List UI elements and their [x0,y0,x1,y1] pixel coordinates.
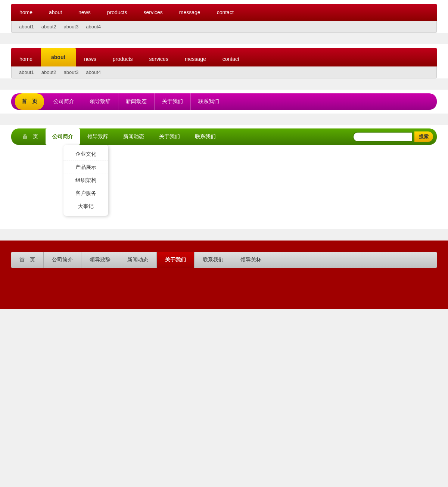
nav4-speech[interactable]: 领导致辞 [80,128,116,145]
nav1-contact[interactable]: contact [209,4,242,21]
nav1-products[interactable]: products [99,4,136,21]
nav1-bar: home about news products services messag… [11,4,437,21]
nav2-sub-about1[interactable]: about1 [19,69,34,75]
nav5-company[interactable]: 公司简介 [44,252,81,268]
nav3-section: 首 页 公司简介 领导致辞 新闻动态 关于我们 联系我们 [0,90,448,114]
nav1-sub-about2[interactable]: about2 [41,24,56,30]
nav4-company[interactable]: 公司简介 [46,128,80,145]
nav4-home[interactable]: 首 页 [15,128,46,145]
nav4-about[interactable]: 关于我们 [152,128,187,145]
nav2-products[interactable]: products [105,52,141,66]
nav4-news[interactable]: 新闻动态 [116,128,152,145]
nav1-sub-about3[interactable]: about3 [64,24,79,30]
nav2-section: home about news products services messag… [0,44,448,78]
nav5-home[interactable]: 首 页 [11,252,44,268]
nav2-about[interactable]: about [41,48,76,66]
nav1-about[interactable]: about [41,4,70,21]
nav1-services[interactable]: services [135,4,171,21]
nav3-home[interactable]: 首 页 [15,93,44,110]
nav5-about[interactable]: 关于我们 [157,252,195,268]
nav3-about[interactable]: 关于我们 [155,93,191,110]
nav2-sub: about1 about2 about3 about4 [11,66,437,78]
nav3-bar: 首 页 公司简介 领导致辞 新闻动态 关于我们 联系我们 [11,93,437,110]
nav2-message[interactable]: message [177,52,214,66]
nav5-contact[interactable]: 联系我们 [195,252,232,268]
nav5-trophy[interactable]: 领导关杯 [232,252,270,268]
nav1-news[interactable]: news [70,4,99,21]
nav5-news[interactable]: 新闻动态 [119,252,157,268]
nav2-sub-about2[interactable]: about2 [41,69,56,75]
nav2-sub-about4[interactable]: about4 [86,69,101,75]
nav5-speech[interactable]: 领导致辞 [81,252,119,268]
nav2-services[interactable]: services [141,52,177,66]
nav2-sub-about3[interactable]: about3 [64,69,79,75]
nav4-bar: 首 页 公司简介 领导致辞 新闻动态 关于我们 联系我们 搜索 [11,128,437,145]
nav1-home[interactable]: home [11,4,41,21]
nav4-dropdown-org[interactable]: 组织架构 [63,174,108,187]
nav1-sub: about1 about2 about3 about4 [11,21,437,33]
nav4-contact[interactable]: 联系我们 [187,128,223,145]
nav4-search-input[interactable] [353,132,413,142]
nav5-bottom-space [11,268,437,298]
nav4-dropdown-events[interactable]: 大事记 [63,200,108,213]
nav4-dropdown-product[interactable]: 产品展示 [63,161,108,174]
nav4-dropdown: 企业文化 产品展示 组织架构 客户服务 大事记 [63,145,108,216]
nav4-search-area: 搜索 [353,131,433,142]
nav3-speech[interactable]: 领导致辞 [82,93,118,110]
nav3-contact[interactable]: 联系我们 [191,93,227,110]
nav5-bar: 首 页 公司简介 领导致辞 新闻动态 关于我们 联系我们 领导关杯 [11,252,437,268]
nav4-dropdown-culture[interactable]: 企业文化 [63,148,108,161]
nav4-search-button[interactable]: 搜索 [414,131,433,142]
nav1-message[interactable]: message [171,4,209,21]
nav1-section: home about news products services messag… [0,0,448,33]
nav5-section: 首 页 公司简介 领导致辞 新闻动态 关于我们 联系我们 领导关杯 [0,241,448,309]
nav2-news[interactable]: news [76,52,105,66]
nav1-sub-about1[interactable]: about1 [19,24,34,30]
nav1-sub-about4[interactable]: about4 [86,24,101,30]
nav2-contact[interactable]: contact [214,52,248,66]
nav4-dropdown-service[interactable]: 客户服务 [63,187,108,200]
nav2-bar: home about news products services messag… [11,48,437,66]
nav3-company[interactable]: 公司简介 [46,93,82,110]
nav4-section: 首 页 公司简介 领导致辞 新闻动态 关于我们 联系我们 搜索 企业文化 产品展… [0,125,448,229]
nav3-news[interactable]: 新闻动态 [118,93,155,110]
nav2-home[interactable]: home [11,52,41,66]
